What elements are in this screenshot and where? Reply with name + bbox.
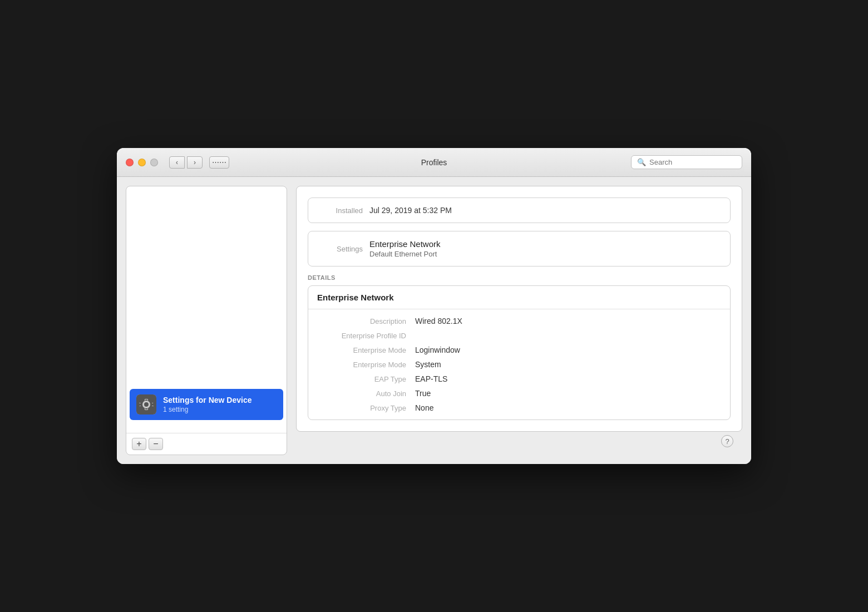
window-title: Profiles [421, 158, 447, 167]
profile-list-item[interactable]: Settings for New Device 1 setting [130, 389, 283, 420]
profile-icon [136, 394, 156, 414]
back-icon: ‹ [176, 159, 178, 166]
svg-rect-0 [136, 394, 156, 414]
maximize-button[interactable] [150, 159, 158, 166]
forward-button[interactable]: › [187, 156, 203, 169]
search-box[interactable]: 🔍 [631, 155, 742, 169]
detail-label: EAP Type [317, 374, 406, 383]
settings-info-box: Settings Enterprise Network Default Ethe… [308, 231, 731, 266]
settings-label: Settings [318, 245, 363, 253]
detail-value: None [415, 403, 433, 412]
bottom-bar: ? [296, 432, 742, 455]
installed-label: Installed [318, 206, 363, 215]
profile-text: Settings for New Device 1 setting [163, 396, 252, 413]
minimize-button[interactable] [138, 159, 146, 166]
close-button[interactable] [126, 159, 134, 166]
nav-buttons: ‹ › [169, 156, 203, 169]
grid-view-button[interactable]: ⋯⋯ [209, 156, 229, 169]
sidebar-panel: Settings for New Device 1 setting + − [126, 186, 287, 455]
details-box: Enterprise Network DescriptionWired 802.… [308, 285, 731, 420]
detail-row: Enterprise Profile ID [308, 328, 730, 343]
detail-label: Proxy Type [317, 403, 406, 412]
detail-value: True [415, 389, 431, 398]
back-button[interactable]: ‹ [169, 156, 185, 169]
details-title: Enterprise Network [308, 286, 730, 309]
detail-label: Enterprise Profile ID [317, 331, 406, 340]
settings-name: Enterprise Network [369, 239, 441, 249]
detail-row: Enterprise ModeSystem [308, 357, 730, 372]
add-button[interactable]: + [132, 438, 146, 450]
detail-label: Enterprise Mode [317, 346, 406, 354]
detail-label: Description [317, 317, 406, 325]
add-icon: + [136, 439, 141, 449]
grid-icon: ⋯⋯ [212, 158, 226, 166]
details-table: DescriptionWired 802.1XEnterprise Profil… [308, 309, 730, 419]
profile-subtitle: 1 setting [163, 406, 252, 413]
detail-value: System [415, 360, 441, 369]
settings-sub: Default Ethernet Port [369, 250, 441, 258]
detail-row: DescriptionWired 802.1X [308, 314, 730, 328]
details-header: DETAILS [308, 274, 731, 281]
titlebar: ‹ › ⋯⋯ Profiles 🔍 [117, 148, 751, 177]
detail-panel: Installed Jul 29, 2019 at 5:32 PM Settin… [296, 186, 742, 432]
detail-value: Loginwindow [415, 346, 460, 354]
forward-icon: › [194, 159, 196, 166]
main-window: ‹ › ⋯⋯ Profiles 🔍 [117, 148, 751, 464]
help-icon: ? [725, 437, 729, 446]
settings-value-group: Enterprise Network Default Ethernet Port [369, 239, 441, 258]
details-section: DETAILS Enterprise Network DescriptionWi… [308, 274, 731, 420]
content-area: Settings for New Device 1 setting + − In [117, 177, 751, 464]
help-button[interactable]: ? [721, 435, 733, 447]
traffic-lights [126, 159, 158, 166]
gear-icon [136, 394, 156, 414]
detail-value: Wired 802.1X [415, 317, 462, 325]
detail-row: Proxy TypeNone [308, 401, 730, 415]
remove-icon: − [153, 439, 158, 449]
search-icon: 🔍 [637, 158, 646, 166]
detail-row: EAP TypeEAP-TLS [308, 372, 730, 386]
detail-row: Auto JoinTrue [308, 386, 730, 401]
detail-row: Enterprise ModeLoginwindow [308, 343, 730, 357]
installed-info-box: Installed Jul 29, 2019 at 5:32 PM [308, 198, 731, 223]
search-input[interactable] [649, 158, 736, 166]
panel-footer: + − [126, 433, 287, 455]
detail-label: Auto Join [317, 389, 406, 398]
remove-button[interactable]: − [149, 438, 163, 450]
installed-value: Jul 29, 2019 at 5:32 PM [369, 206, 452, 215]
profile-list: Settings for New Device 1 setting [126, 186, 287, 433]
profile-name: Settings for New Device [163, 396, 252, 404]
detail-value: EAP-TLS [415, 374, 447, 383]
detail-label: Enterprise Mode [317, 360, 406, 369]
